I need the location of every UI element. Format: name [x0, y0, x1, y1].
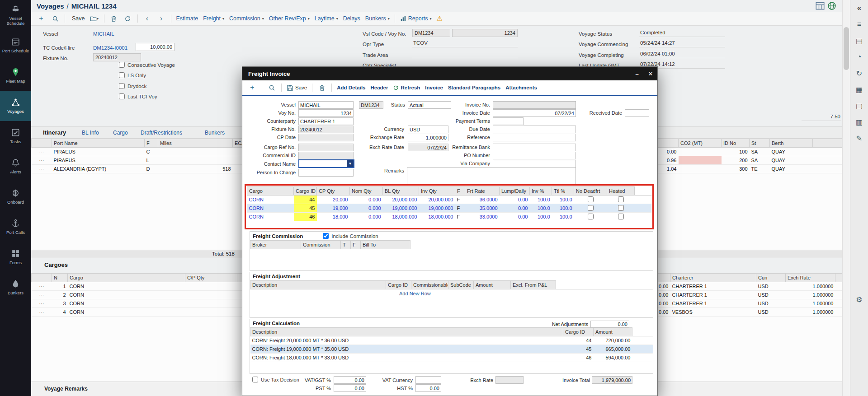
row-menu-icon[interactable]: ⋯ — [32, 291, 52, 299]
col-charterer[interactable]: Charterer — [670, 274, 756, 282]
col-f[interactable]: F — [351, 241, 361, 249]
grid-panel-icon[interactable]: ▦ — [850, 81, 868, 98]
invoice-cargo-row[interactable]: CORN 45 19,000 0.000 19,000.000 19,000.0… — [247, 204, 651, 213]
col-cp-qty[interactable]: CP Qty — [317, 187, 350, 196]
col-commissionable[interactable]: Commissionable — [411, 281, 448, 289]
col-inv-qty[interactable]: Inv Qty — [419, 187, 455, 196]
counterparty-input[interactable] — [298, 117, 354, 125]
delays-button[interactable]: Delays — [343, 15, 360, 22]
sidebar-item-alerts[interactable]: Alerts — [0, 151, 31, 182]
commercial-id-input[interactable] — [298, 152, 354, 159]
col-cargo[interactable]: Cargo — [68, 274, 185, 282]
sidebar-item-forms[interactable]: Forms — [0, 242, 31, 272]
trade-area-field[interactable] — [412, 50, 518, 58]
sync-icon[interactable]: ↻ — [850, 65, 868, 81]
col-nom-qty[interactable]: Nom Qty — [350, 187, 383, 196]
calculation-row[interactable]: CORN: Freight 18,000.000 MT * 33.00 USD … — [250, 354, 653, 362]
ls-only-checkbox[interactable]: LS Only — [119, 72, 146, 78]
tab-bl-info[interactable]: BL Info — [82, 130, 99, 136]
collapse-panel-icon[interactable]: « — [850, 0, 868, 16]
other-rev-exp-menu[interactable]: Other Rev/Exp▾ — [269, 15, 310, 22]
sidebar-item-tasks[interactable]: Tasks — [0, 121, 31, 151]
add-details-button[interactable]: Add Details — [337, 85, 365, 90]
scrollbar-thumb[interactable] — [844, 27, 849, 70]
col-amount[interactable]: Amount — [594, 328, 632, 336]
person-in-charge-input[interactable] — [298, 169, 354, 177]
tc-hire-field[interactable]: 10,000.00 — [136, 43, 175, 51]
col-id-no[interactable]: ID No — [722, 139, 750, 148]
col-subcode[interactable]: SubCode — [448, 281, 474, 289]
tab-invoice[interactable]: Invoice — [425, 85, 443, 90]
close-icon[interactable]: ✕ — [644, 67, 657, 80]
pst-input[interactable] — [334, 384, 366, 392]
invoice-date-input[interactable] — [493, 109, 576, 117]
row-menu-icon[interactable]: ⋯ — [32, 148, 52, 156]
calculation-row[interactable]: CORN: Freight 19,000.000 MT * 35.00 USD … — [250, 345, 653, 354]
invoice-cargo-row[interactable]: CORN 44 20,000 0.000 20,000.000 20,000.0… — [247, 196, 651, 204]
delete-icon[interactable] — [109, 14, 118, 23]
search-icon[interactable] — [51, 14, 60, 23]
heated-checkbox[interactable] — [618, 205, 624, 211]
tab-attachments[interactable]: Attachments — [505, 85, 537, 90]
col-cargo-id[interactable]: Cargo ID — [386, 281, 411, 289]
heated-checkbox[interactable] — [618, 214, 624, 219]
refresh-icon[interactable] — [123, 14, 132, 23]
save-button[interactable]: Save — [287, 84, 307, 91]
calculation-row[interactable]: CORN: Freight 20,000.000 MT * 36.00 USD … — [250, 336, 653, 345]
col-description[interactable]: Description — [250, 281, 386, 289]
add-icon[interactable]: + — [248, 83, 257, 92]
sidebar-item-bunkers[interactable]: Bunkers — [0, 272, 31, 303]
vat-gst-input[interactable] — [334, 376, 366, 384]
row-menu-icon[interactable]: ⋯ — [32, 308, 52, 317]
vessel-value[interactable]: MICHAIL — [93, 30, 114, 38]
voy-no-input[interactable] — [298, 109, 354, 117]
edit-panel-icon[interactable]: ✎ — [850, 130, 868, 146]
col-miles[interactable]: Miles — [158, 139, 233, 148]
row-menu-icon[interactable]: ⋯ — [32, 299, 52, 308]
modal-title-bar[interactable]: Freight Invoice – ✕ — [242, 67, 657, 80]
voy-no-field[interactable]: 1234 — [452, 29, 518, 37]
po-number-input[interactable] — [493, 152, 576, 159]
due-date-input[interactable] — [493, 126, 576, 133]
prev-icon[interactable]: ‹ — [143, 14, 152, 23]
sidebar-item-fleet-map[interactable]: Fleet Map — [0, 61, 31, 91]
col-cp-qty[interactable]: C/P Qty — [185, 274, 237, 282]
consecutive-voyage-checkbox[interactable]: Consecutive Voyage — [119, 62, 175, 68]
last-tci-voy-checkbox[interactable]: Last TCI Voy — [119, 93, 157, 99]
sidebar-item-vessel-schedule[interactable]: Vessel Schedule — [0, 0, 31, 30]
warning-icon[interactable]: ⚠ — [437, 14, 443, 23]
sidebar-item-voyages[interactable]: Voyages — [0, 91, 31, 121]
cp-date-input[interactable] — [298, 134, 354, 141]
col-ttl-pct[interactable]: Ttl % — [552, 187, 574, 196]
col-curr[interactable]: Curr — [756, 274, 786, 282]
add-new-row-link[interactable]: Add New Row — [250, 289, 653, 296]
next-icon[interactable]: › — [157, 14, 166, 23]
include-commission-checkbox[interactable]: Include Commission — [323, 233, 378, 239]
exch-rate-input[interactable] — [495, 376, 524, 384]
menu-icon[interactable]: ≡ — [850, 16, 868, 33]
bunkers-menu[interactable]: Bunkers▾ — [365, 15, 390, 22]
col-no-deadfrt[interactable]: No Deadfrt — [574, 187, 607, 196]
commission-menu[interactable]: Commission▾ — [229, 15, 264, 22]
row-menu-icon[interactable]: ⋯ — [32, 282, 52, 291]
net-adjustments-field[interactable]: 0.00 — [590, 321, 629, 328]
settings-icon[interactable]: ⚙ — [850, 291, 868, 307]
globe-icon[interactable] — [827, 1, 836, 10]
fixture-field[interactable]: 20240012 — [93, 53, 141, 61]
no-deadfrt-checkbox[interactable] — [588, 196, 594, 202]
col-st[interactable]: St — [750, 139, 770, 148]
col-cargo[interactable]: Cargo — [247, 187, 294, 196]
freight-menu[interactable]: Freight▾ — [203, 15, 224, 22]
vertical-scrollbar[interactable] — [842, 0, 850, 396]
col-f[interactable]: F — [145, 139, 158, 148]
col-inv-pct[interactable]: Inv % — [530, 187, 552, 196]
col-berth[interactable]: Berth — [770, 139, 813, 148]
no-deadfrt-checkbox[interactable] — [588, 205, 594, 211]
laytime-menu[interactable]: Laytime▾ — [315, 15, 338, 22]
tab-bunkers[interactable]: Bunkers — [205, 130, 225, 136]
remittance-bank-input[interactable] — [493, 144, 576, 151]
split-panel-icon[interactable]: ▥ — [850, 114, 868, 130]
row-menu-icon[interactable]: ⋯ — [32, 165, 52, 173]
reports-menu[interactable]: Reports▾ — [400, 15, 432, 22]
clock-icon[interactable]: ◔ — [850, 49, 868, 65]
